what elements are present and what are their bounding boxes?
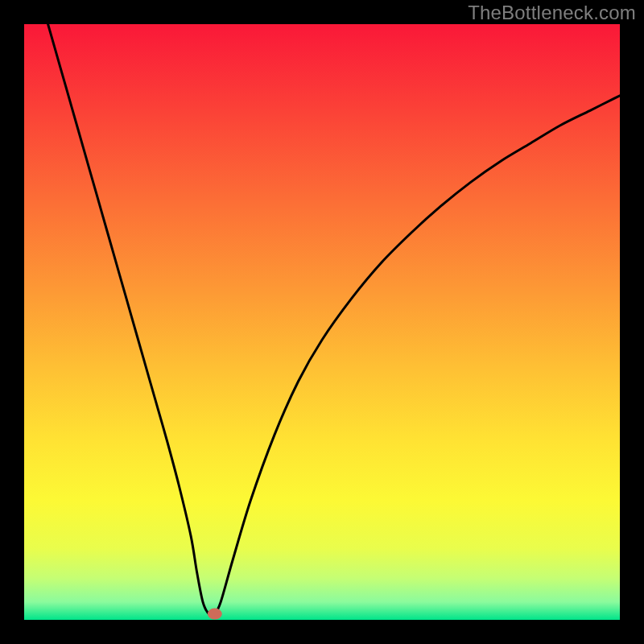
gradient-background — [24, 24, 620, 620]
chart-container: { "watermark": "TheBottleneck.com", "cha… — [0, 0, 644, 644]
svg-rect-0 — [24, 24, 620, 620]
watermark-text: TheBottleneck.com — [468, 2, 636, 24]
plot-area — [24, 24, 620, 620]
